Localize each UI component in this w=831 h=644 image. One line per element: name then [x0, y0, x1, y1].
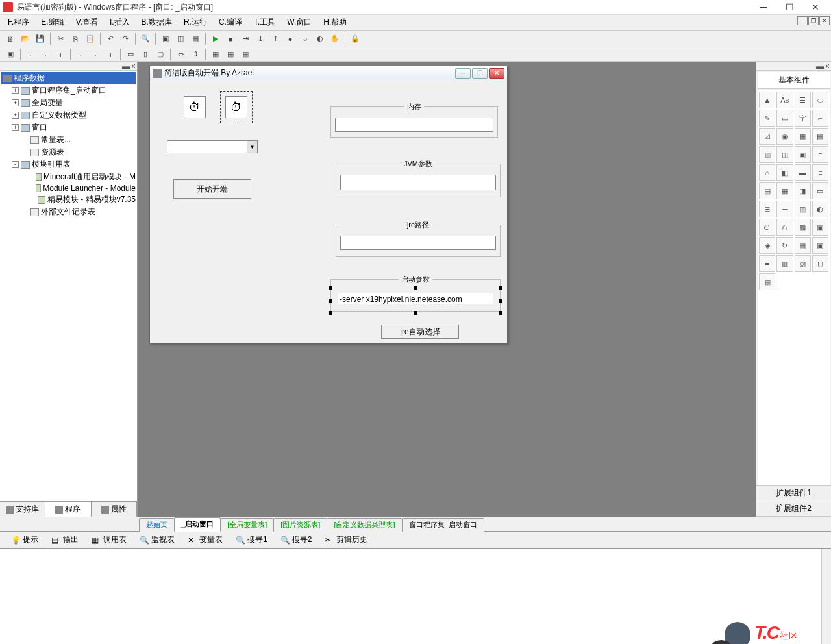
maximize-button[interactable]: ☐	[776, 0, 802, 14]
palette-item-23[interactable]: ▭	[812, 182, 828, 199]
palette-ext2[interactable]: 扩展组件2	[756, 501, 831, 517]
palette-item-34[interactable]: ▤	[795, 237, 811, 254]
al-g3[interactable]: ▦	[239, 48, 252, 61]
tree-node[interactable]: Minecraft通用启动模块 - M	[12, 171, 136, 183]
start-button[interactable]: 开始开端	[173, 179, 251, 199]
btab-vars[interactable]: ✕变量表	[182, 532, 229, 547]
al-sh[interactable]: ⇔	[174, 48, 187, 61]
menu-tools[interactable]: T.工具	[249, 16, 280, 29]
tree-node[interactable]: +全局变量	[12, 97, 136, 109]
tb-find[interactable]: 🔍	[139, 32, 152, 45]
menu-database[interactable]: B.数据库	[136, 16, 177, 29]
palette-item-32[interactable]: ◈	[759, 237, 775, 254]
al-sv[interactable]: ⇕	[189, 48, 202, 61]
ltab-support[interactable]: 支持库	[0, 502, 45, 517]
tree-node[interactable]: 外部文件记录表	[12, 206, 136, 218]
palette-item-13[interactable]: ◫	[776, 146, 793, 163]
form-max-button[interactable]: ☐	[472, 68, 488, 79]
tb-copy[interactable]: ⎘	[69, 32, 82, 45]
palette-item-17[interactable]: ◧	[776, 164, 793, 181]
tb-undo[interactable]: ↶	[104, 32, 117, 45]
btab-calls[interactable]: ▦调用表	[86, 532, 132, 547]
btab-search1[interactable]: 🔍搜寻1	[230, 532, 273, 547]
tb-lock[interactable]: 🔒	[349, 32, 362, 45]
al-left[interactable]: ⫠	[24, 48, 37, 61]
tree-root[interactable]: 程序数据	[1, 72, 136, 84]
palette-item-36[interactable]: ≣	[759, 255, 775, 272]
palette-item-29[interactable]: ⎙	[776, 219, 793, 236]
menu-help[interactable]: H.帮助	[318, 16, 352, 29]
expander-icon[interactable]: +	[12, 124, 19, 131]
palette-item-10[interactable]: ▦	[795, 128, 811, 145]
palette-item-2[interactable]: ☰	[795, 92, 811, 108]
tb-run[interactable]: ▶	[209, 32, 222, 45]
palette-item-11[interactable]: ▤	[812, 128, 828, 145]
al-w[interactable]: ▭	[124, 48, 137, 61]
menu-compile[interactable]: C.编译	[214, 16, 247, 29]
timer2-control[interactable]: ⏱	[225, 96, 247, 118]
al-top[interactable]: ⫠	[74, 48, 87, 61]
palette-item-38[interactable]: ▧	[795, 255, 811, 272]
menu-view[interactable]: V.查看	[71, 16, 103, 29]
palette-item-31[interactable]: ▣	[812, 219, 828, 236]
scrollbar[interactable]	[821, 549, 831, 644]
tb-new[interactable]: 🗎	[4, 32, 17, 45]
timer1-control[interactable]: ⏱	[184, 96, 206, 118]
btab-tips[interactable]: 💡提示	[5, 532, 44, 547]
palette-item-16[interactable]: ⌂	[759, 164, 775, 181]
palette-item-0[interactable]: ▲	[759, 92, 775, 108]
menu-insert[interactable]: I.插入	[105, 16, 135, 29]
panel-pin-icon[interactable]: ▬	[122, 62, 130, 71]
palette-item-25[interactable]: ─	[776, 201, 793, 217]
panel-close-icon[interactable]: ×	[131, 62, 136, 71]
tree-node[interactable]: -模块引用表	[12, 158, 136, 171]
tb-cut[interactable]: ✂	[54, 32, 67, 45]
tb-open[interactable]: 📂	[19, 32, 32, 45]
minimize-button[interactable]: ─	[750, 0, 776, 14]
palette-item-37[interactable]: ▥	[776, 255, 793, 272]
palette-item-22[interactable]: ◨	[795, 182, 811, 199]
tb-step2[interactable]: ⤓	[254, 32, 267, 45]
palette-item-14[interactable]: ▣	[795, 146, 811, 163]
ltab-program[interactable]: 程序	[45, 502, 91, 517]
palette-item-26[interactable]: ▥	[795, 201, 811, 217]
tb-win3[interactable]: ▤	[189, 32, 202, 45]
palette-item-28[interactable]: ⏲	[759, 219, 775, 236]
tree-node[interactable]: +窗口程序集_启动窗口	[12, 84, 136, 97]
al-g1[interactable]: ▦	[209, 48, 222, 61]
al-wh[interactable]: ▢	[154, 48, 167, 61]
jvm-input[interactable]	[340, 175, 496, 190]
output-pane[interactable]: T.C社区 www.tcsqw.com	[0, 548, 831, 644]
al-h[interactable]: ▯	[139, 48, 152, 61]
tab-winprog[interactable]: 窗口程序集_启动窗口	[402, 518, 484, 532]
tree-node[interactable]: 常量表...	[12, 134, 136, 146]
tb-win1[interactable]: ▣	[159, 32, 172, 45]
palette-item-5[interactable]: ▭	[776, 110, 793, 127]
palette-item-27[interactable]: ◐	[812, 201, 828, 217]
tb-bp2[interactable]: ○	[299, 32, 312, 45]
palette-item-1[interactable]: Aв	[776, 92, 793, 108]
tree-node[interactable]: +窗口	[12, 121, 136, 134]
btab-search2[interactable]: 🔍搜寻2	[275, 532, 318, 547]
palette-item-20[interactable]: ▤	[759, 182, 775, 199]
tb-redo[interactable]: ↷	[119, 32, 132, 45]
tb-save[interactable]: 💾	[34, 32, 47, 45]
design-surface[interactable]: 简洁版自动开端 By Azrael ─ ☐ ✕ ⏱ ⏱ ▼ 开始开端	[138, 62, 756, 517]
tab-types[interactable]: [自定义数据类型表]	[327, 518, 402, 532]
expander-icon[interactable]: +	[12, 87, 19, 94]
ltab-props[interactable]: 属性	[92, 502, 137, 517]
tb-step3[interactable]: ⤒	[269, 32, 282, 45]
palette-item-40[interactable]: ▦	[759, 273, 775, 290]
expander-icon[interactable]: +	[12, 112, 19, 119]
tb-stop[interactable]: ■	[224, 32, 237, 45]
palette-item-3[interactable]: ⬭	[812, 92, 828, 108]
palette-item-12[interactable]: ▥	[759, 146, 775, 163]
btab-output[interactable]: ▤输出	[45, 532, 84, 547]
menu-window[interactable]: W.窗口	[282, 16, 317, 29]
palette-item-8[interactable]: ☑	[759, 128, 775, 145]
tb-bp3[interactable]: ◐	[314, 32, 327, 45]
al-center[interactable]: ⫟	[39, 48, 52, 61]
al-mid[interactable]: ⫟	[89, 48, 102, 61]
memory-input[interactable]	[335, 118, 493, 132]
panel-close-icon[interactable]: ×	[825, 62, 830, 70]
